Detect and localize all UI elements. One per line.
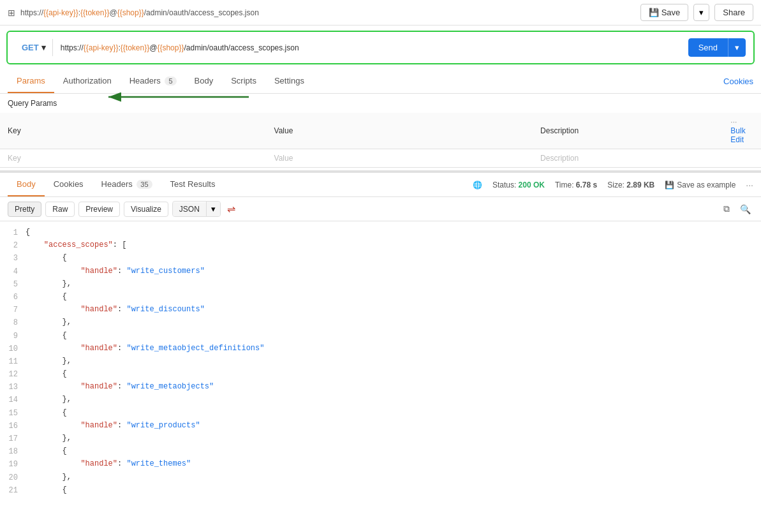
code-line: 6 { [0, 291, 761, 304]
params-table: Key Value Description ··· Bulk Edit Key … [0, 113, 761, 168]
send-button[interactable]: Send [688, 38, 728, 57]
search-icon[interactable]: 🔍 [737, 201, 753, 217]
save-example-icon: 💾 [665, 181, 674, 189]
bulk-edit-link[interactable]: Bulk Edit [730, 126, 745, 144]
value-placeholder: Value [274, 154, 293, 163]
share-button[interactable]: Share [714, 4, 753, 21]
response-tab-headers[interactable]: Headers 35 [92, 173, 161, 196]
send-caret-button[interactable]: ▾ [728, 38, 746, 57]
json-colon: : [117, 459, 126, 468]
line-content: { [26, 407, 761, 419]
line-number: 10 [0, 343, 26, 355]
json-brace: { [26, 228, 30, 237]
response-headers-badge: 35 [137, 180, 152, 189]
response-status-bar: 🌐 Status: 200 OK Time: 6.78 s Size: 2.89… [473, 180, 753, 190]
json-brace: }, [26, 473, 71, 482]
json-string: "write_themes" [126, 459, 191, 468]
save-example-label: Save as example [677, 181, 735, 189]
api-key-var: {{api-key}} [43, 8, 78, 17]
key-placeholder: Key [8, 154, 21, 163]
json-key: "handle" [26, 305, 117, 314]
line-number: 21 [0, 484, 26, 496]
token-var: {{token}} [80, 8, 109, 17]
json-brace: }, [26, 434, 71, 443]
code-line: 16 "handle": "write_products" [0, 420, 761, 432]
json-brace: { [26, 292, 67, 301]
code-line: 5 }, [0, 278, 761, 291]
method-selector[interactable]: GET ▾ [15, 39, 53, 56]
save-button[interactable]: 💾 Save [640, 4, 689, 21]
json-brace: : [ [113, 240, 127, 249]
line-content: { [26, 291, 761, 303]
format-raw-btn[interactable]: Raw [45, 202, 75, 217]
json-string: "write_discounts" [126, 305, 204, 314]
json-key: "handle" [26, 459, 117, 468]
time-label: Time: 6.78 s [555, 181, 597, 189]
json-key: "handle" [26, 421, 117, 430]
code-line: 11 }, [0, 355, 761, 368]
code-line: 9 { [0, 330, 761, 343]
tab-body[interactable]: Body [186, 70, 223, 93]
col-description: Description [533, 113, 723, 149]
url-input-display[interactable]: https://{{api-key}}:{{token}}@{{shop}}/a… [53, 40, 688, 56]
format-pretty-btn[interactable]: Pretty [8, 202, 41, 217]
line-number: 7 [0, 304, 26, 316]
json-type-caret[interactable]: ▾ [206, 202, 220, 216]
line-content: { [26, 252, 761, 264]
col-value: Value [267, 113, 533, 149]
save-label: Save [661, 8, 681, 17]
tab-params[interactable]: Params [8, 70, 54, 93]
response-tab-body[interactable]: Body [8, 173, 45, 196]
json-colon: : [117, 344, 126, 353]
line-content: }, [26, 394, 761, 406]
bulk-edit-dots[interactable]: ··· [730, 117, 737, 126]
response-tab-test-results[interactable]: Test Results [161, 173, 225, 196]
line-content: { [26, 484, 761, 496]
format-visualize-btn[interactable]: Visualize [124, 202, 168, 217]
code-line: 13 "handle": "write_metaobjects" [0, 381, 761, 394]
line-number: 17 [0, 432, 26, 445]
json-brace: }, [26, 357, 71, 366]
status-ok: 200 OK [519, 181, 545, 189]
api-key-var-input: {{api-key}} [84, 43, 119, 52]
json-brace: { [26, 408, 67, 417]
json-brace: { [26, 331, 67, 340]
json-string: "write_metaobject_definitions" [126, 344, 264, 353]
method-label: GET [22, 43, 39, 52]
size-label: Size: 2.89 KB [607, 181, 654, 189]
cookies-link[interactable]: Cookies [723, 77, 753, 86]
line-content: }, [26, 355, 761, 367]
more-options-btn[interactable]: ··· [746, 180, 753, 190]
line-number: 14 [0, 394, 26, 406]
request-tabs: Params Authorization Headers 5 Body Scri… [0, 70, 761, 94]
filter-icon[interactable]: ⇌ [227, 203, 235, 215]
line-content: }, [26, 471, 761, 484]
save-caret-button[interactable]: ▾ [693, 4, 709, 21]
method-caret-icon: ▾ [41, 43, 46, 52]
tab-authorization[interactable]: Authorization [54, 70, 121, 93]
top-bar: ⊞ https://{{api-key}}:{{token}}@{{shop}}… [0, 0, 761, 26]
response-tab-cookies[interactable]: Cookies [45, 173, 92, 196]
size-value: 2.89 KB [626, 181, 654, 189]
json-type-btn[interactable]: JSON [173, 202, 206, 216]
code-line: 14 }, [0, 394, 761, 406]
json-key: "access_scopes" [26, 240, 113, 249]
code-line: 3 { [0, 252, 761, 265]
json-string: "write_products" [126, 421, 200, 430]
json-actions: ⧉ 🔍 [721, 201, 753, 217]
copy-icon[interactable]: ⧉ [721, 201, 732, 217]
json-type-selector: JSON ▾ [172, 201, 221, 217]
tab-headers[interactable]: Headers 5 [121, 70, 186, 93]
format-preview-btn[interactable]: Preview [78, 202, 120, 217]
code-line: 21 { [0, 484, 761, 496]
shop-var: {{shop}} [117, 8, 144, 17]
request-bar: GET ▾ https://{{api-key}}:{{token}}@{{sh… [6, 31, 755, 64]
tab-scripts[interactable]: Scripts [222, 70, 265, 93]
tab-settings[interactable]: Settings [265, 70, 313, 93]
line-number: 19 [0, 458, 26, 471]
code-line: 8 }, [0, 316, 761, 329]
query-params-label: Query Params [0, 94, 761, 113]
top-bar-left: ⊞ https://{{api-key}}:{{token}}@{{shop}}… [8, 8, 259, 18]
col-actions: ··· Bulk Edit [723, 113, 761, 149]
save-example-btn[interactable]: 💾 Save as example [665, 181, 735, 189]
